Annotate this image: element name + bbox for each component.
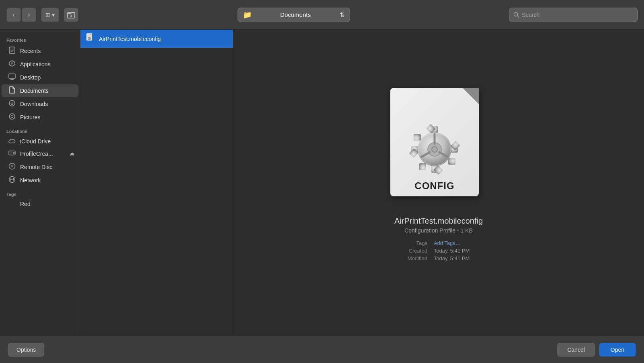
preview-panel: CONFIG AirPrintTest.mobileconfig Configu… (233, 30, 644, 336)
tags-label: Tags (394, 240, 427, 246)
icloud-icon (8, 138, 16, 145)
created-value: Today, 5:41 PM (434, 248, 483, 254)
sidebar-item-profilecreator-label: ProfileCrea... (20, 151, 53, 157)
sidebar-item-documents[interactable]: Documents (2, 84, 78, 97)
sidebar-item-desktop[interactable]: Desktop (2, 71, 78, 84)
sidebar-item-applications-label: Applications (20, 61, 51, 67)
svg-rect-33 (448, 158, 455, 165)
file-list-panel: AirPrintTest.mobileconfig (80, 30, 233, 336)
svg-point-9 (11, 63, 13, 64)
sidebar-item-downloads[interactable]: Downloads (2, 98, 78, 110)
sidebar-item-pictures-label: Pictures (20, 114, 41, 120)
gear-icon (408, 123, 461, 175)
nav-button-group: ‹ › (6, 8, 36, 22)
sidebar-item-downloads-label: Downloads (20, 101, 48, 107)
sidebar-item-red-tag[interactable]: Red (2, 199, 78, 209)
add-tags-value[interactable]: Add Tags… (434, 240, 483, 246)
preview-filename: AirPrintTest.mobileconfig (394, 216, 483, 226)
svg-rect-35 (419, 163, 426, 170)
new-folder-button[interactable] (64, 8, 78, 22)
network-icon (8, 176, 16, 185)
svg-point-16 (11, 115, 13, 118)
svg-rect-10 (9, 74, 15, 78)
svg-point-20 (9, 163, 15, 169)
modified-value: Today, 5:41 PM (434, 255, 483, 261)
created-label: Created (394, 248, 427, 254)
location-dropdown[interactable]: 📁 Documents ⇅ (238, 8, 350, 22)
sidebar-item-network-label: Network (20, 177, 41, 184)
location-folder-icon: 📁 (243, 10, 252, 19)
favorites-header: Favorites (0, 33, 80, 44)
disc-icon (8, 163, 16, 171)
sidebar-item-recents[interactable]: Recents (2, 45, 78, 57)
main-area: Favorites Recents Applications (0, 30, 644, 336)
sidebar-item-remote-disc[interactable]: Remote Disc (2, 161, 78, 173)
view-icon: ⊞ (45, 12, 50, 18)
documents-icon (8, 86, 16, 95)
config-label: CONFIG (414, 180, 454, 192)
sidebar-item-remote-disc-label: Remote Disc (20, 164, 52, 170)
sidebar: Favorites Recents Applications (0, 30, 80, 336)
sidebar-item-pictures[interactable]: Pictures (2, 111, 78, 124)
file-item-airprinttest[interactable]: AirPrintTest.mobileconfig (80, 30, 233, 48)
gear-icon-wrapper (408, 123, 461, 177)
file-preview: CONFIG AirPrintTest.mobileconfig Configu… (390, 88, 487, 261)
svg-rect-37 (414, 134, 421, 141)
search-bar[interactable] (509, 8, 638, 22)
sidebar-item-recents-label: Recents (20, 48, 41, 54)
forward-button[interactable]: › (22, 8, 36, 22)
tags-header: Tags (0, 187, 80, 198)
search-icon (513, 12, 519, 18)
location-name: Documents (255, 11, 336, 18)
search-input[interactable] (522, 12, 633, 18)
view-button[interactable]: ⊞ ▾ (41, 8, 59, 22)
sidebar-item-red-label: Red (20, 201, 31, 207)
eject-icon[interactable]: ⏏ (70, 151, 74, 157)
location-chevron-icon: ⇅ (340, 11, 345, 18)
modified-label: Modified (394, 255, 427, 261)
svg-point-18 (13, 152, 15, 154)
config-paper-icon: CONFIG (390, 88, 479, 196)
sidebar-item-applications[interactable]: Applications (2, 58, 78, 71)
sidebar-item-icloud-label: iCloud Drive (20, 138, 51, 145)
cancel-button[interactable]: Cancel (557, 343, 595, 357)
options-button[interactable]: Options (8, 343, 44, 357)
sidebar-item-icloud[interactable]: iCloud Drive (2, 136, 78, 147)
back-button[interactable]: ‹ (6, 8, 21, 22)
svg-point-21 (11, 165, 13, 167)
svg-point-27 (89, 38, 90, 39)
svg-point-15 (9, 114, 15, 119)
sidebar-item-network[interactable]: Network (2, 174, 78, 187)
config-file-icon-wrapper: CONFIG (390, 88, 487, 208)
mobileconfig-file-icon (85, 33, 95, 45)
svg-line-4 (517, 16, 519, 17)
sidebar-item-profilecreator[interactable]: ProfileCrea... ⏏ (2, 147, 78, 160)
recents-icon (8, 47, 16, 55)
bottom-bar: Options Cancel Open (0, 336, 644, 363)
preview-filetype: Configuration Profile - 1 KB (394, 227, 483, 234)
toolbar: ‹ › ⊞ ▾ 📁 Documents ⇅ (0, 0, 644, 30)
downloads-icon (8, 100, 16, 108)
sidebar-item-documents-label: Documents (20, 88, 49, 94)
view-chevron-icon: ▾ (52, 12, 55, 18)
drive-icon (8, 149, 16, 158)
desktop-icon (8, 73, 16, 82)
file-meta: Tags Add Tags… Created Today, 5:41 PM Mo… (394, 240, 483, 261)
open-button[interactable]: Open (599, 343, 636, 357)
location-bar: 📁 Documents ⇅ (83, 8, 504, 22)
svg-point-47 (432, 147, 437, 152)
pictures-icon (8, 113, 16, 122)
sidebar-item-desktop-label: Desktop (20, 74, 41, 81)
applications-icon (8, 60, 16, 69)
bottom-right-buttons: Cancel Open (557, 343, 636, 357)
file-item-name: AirPrintTest.mobileconfig (99, 36, 161, 42)
locations-header: Locations (0, 124, 80, 135)
file-info: AirPrintTest.mobileconfig Configuration … (394, 216, 483, 261)
